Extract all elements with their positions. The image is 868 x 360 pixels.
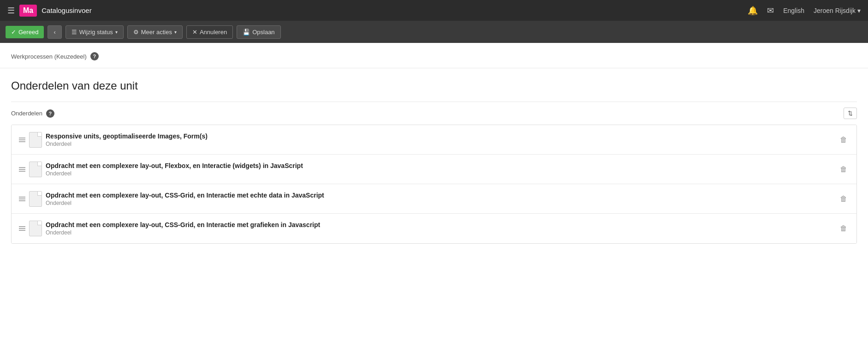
item-content: Opdracht met een complexere lay-out, Fle… xyxy=(42,156,836,182)
delete-button[interactable]: 🗑 xyxy=(836,193,851,205)
item-subtitle: Onderdeel xyxy=(46,170,832,177)
item-subtitle: Onderdeel xyxy=(46,229,832,236)
caret-down-icon-2: ▾ xyxy=(174,30,177,35)
item-title: Responsive units, geoptimaliseerde Image… xyxy=(46,132,832,140)
onderdelen-header: Onderdelen ? ⇅ xyxy=(11,102,857,125)
drag-handle[interactable] xyxy=(15,138,29,142)
drag-handle[interactable] xyxy=(15,226,29,231)
check-icon: ✓ xyxy=(11,29,16,36)
item-title: Opdracht met een complexere lay-out, CSS… xyxy=(46,192,832,199)
werkprocessen-section: Werkprocessen (Keuzedeel) ? xyxy=(0,43,868,68)
delete-button[interactable]: 🗑 xyxy=(836,134,851,146)
document-icon xyxy=(29,132,42,148)
annuleren-button[interactable]: ✕ Annuleren xyxy=(186,25,233,39)
hamburger-icon[interactable]: ☰ xyxy=(7,6,15,16)
mail-icon[interactable]: ✉ xyxy=(767,6,774,16)
werkprocessen-label: Werkprocessen (Keuzedeel) xyxy=(11,53,87,60)
unit-title: Onderdelen van deze unit xyxy=(11,79,857,92)
item-title: Opdracht met een complexere lay-out, CSS… xyxy=(46,221,832,228)
onderdelen-list: Responsive units, geoptimaliseerde Image… xyxy=(11,125,857,244)
wijzig-status-label: Wijzig status xyxy=(79,29,113,36)
onderdelen-label: Onderdelen xyxy=(11,110,42,117)
document-icon xyxy=(29,162,42,177)
page-title: Catalogusinvoer xyxy=(42,6,91,14)
onderdelen-label-row: Onderdelen ? xyxy=(11,109,54,118)
list-item: Opdracht met een complexere lay-out, Fle… xyxy=(12,155,856,184)
opslaan-button[interactable]: 💾 Opslaan xyxy=(237,25,280,39)
drag-handle[interactable] xyxy=(15,197,29,201)
save-icon: 💾 xyxy=(243,29,250,36)
meer-acties-label: Meer acties xyxy=(141,29,172,36)
delete-button[interactable]: 🗑 xyxy=(836,163,851,175)
unit-title-section: Onderdelen van deze unit xyxy=(0,68,868,102)
item-content: Opdracht met een complexere lay-out, CSS… xyxy=(42,186,836,212)
annuleren-label: Annuleren xyxy=(200,29,227,36)
top-nav: ☰ Ma Catalogusinvoer 🔔 ✉ English Jeroen … xyxy=(0,0,868,21)
user-menu[interactable]: Jeroen Rijsdijk ▾ xyxy=(814,7,861,14)
nav-right: 🔔 ✉ English Jeroen Rijsdijk ▾ xyxy=(748,6,861,16)
item-content: Responsive units, geoptimaliseerde Image… xyxy=(42,127,836,153)
drag-handle[interactable] xyxy=(15,167,29,172)
list-item: Responsive units, geoptimaliseerde Image… xyxy=(12,125,856,155)
onderdelen-section: Onderdelen ? ⇅ Responsive units, geoptim… xyxy=(0,102,868,255)
nav-left: ☰ Ma Catalogusinvoer xyxy=(7,5,742,17)
gereed-label: Gereed xyxy=(18,29,38,36)
logo-badge: Ma xyxy=(19,5,37,17)
wijzig-status-button[interactable]: ☰ Wijzig status ▾ xyxy=(65,25,124,39)
onderdelen-help-icon[interactable]: ? xyxy=(46,109,54,118)
main-content: Werkprocessen (Keuzedeel) ? Onderdelen v… xyxy=(0,43,868,360)
chevron-left-icon: ‹ xyxy=(54,29,55,36)
document-icon xyxy=(29,221,42,236)
item-subtitle: Onderdeel xyxy=(46,141,832,147)
list-icon: ☰ xyxy=(71,29,77,36)
item-title: Opdracht met een complexere lay-out, Fle… xyxy=(46,162,832,169)
delete-button[interactable]: 🗑 xyxy=(836,222,851,234)
gear-icon: ⚙ xyxy=(133,29,139,36)
language-selector[interactable]: English xyxy=(783,7,804,14)
sort-button[interactable]: ⇅ xyxy=(844,108,857,119)
list-item: Opdracht met een complexere lay-out, CSS… xyxy=(12,184,856,214)
werkprocessen-help-icon[interactable]: ? xyxy=(90,52,99,60)
toolbar: ✓ Gereed ‹ ☰ Wijzig status ▾ ⚙ Meer acti… xyxy=(0,21,868,43)
bell-icon[interactable]: 🔔 xyxy=(748,6,758,16)
item-content: Opdracht met een complexere lay-out, CSS… xyxy=(42,216,836,241)
item-subtitle: Onderdeel xyxy=(46,200,832,206)
caret-down-icon: ▾ xyxy=(115,30,118,35)
document-icon xyxy=(29,191,42,207)
back-button[interactable]: ‹ xyxy=(48,25,61,39)
opslaan-label: Opslaan xyxy=(252,29,274,36)
list-item: Opdracht met een complexere lay-out, CSS… xyxy=(12,214,856,243)
gereed-button[interactable]: ✓ Gereed xyxy=(6,26,44,38)
meer-acties-button[interactable]: ⚙ Meer acties ▾ xyxy=(127,25,183,39)
sort-icon: ⇅ xyxy=(848,110,853,117)
cancel-icon: ✕ xyxy=(192,29,197,36)
